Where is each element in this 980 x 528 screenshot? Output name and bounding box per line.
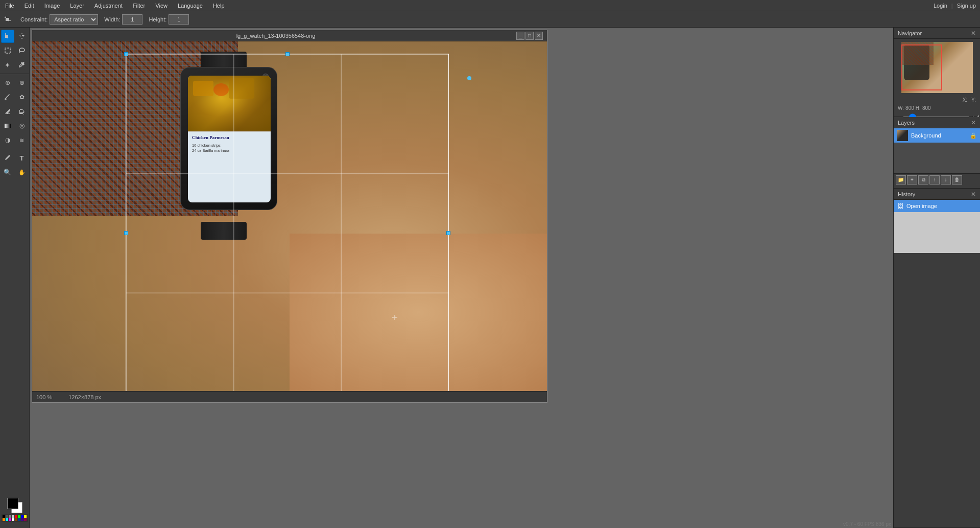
- nav-coords: X: Y:: [894, 96, 980, 104]
- history-title: History: [898, 191, 915, 197]
- layer-new-btn[interactable]: +: [907, 175, 917, 185]
- menu-view[interactable]: View: [150, 3, 173, 9]
- svg-rect-0: [5, 48, 10, 53]
- eraser-btn[interactable]: [1, 105, 14, 118]
- clone-btn[interactable]: ⊛: [15, 76, 29, 89]
- nav-x-label: X:: [963, 97, 967, 103]
- image-canvas-container[interactable]: Chicken Parmesan 10 chicken strips 24 oz…: [32, 41, 547, 391]
- constraint-label: Constraint:: [20, 16, 47, 22]
- watch-case: Chicken Parmesan 10 chicken strips 24 oz…: [180, 67, 277, 210]
- height-label: Height:: [149, 16, 166, 22]
- layer-item-background[interactable]: Background 🔒: [894, 128, 980, 143]
- tool-group-4: ⊕ ⊛: [1, 76, 29, 89]
- window-minimize-btn[interactable]: _: [516, 32, 524, 40]
- crop-marker-dot: [467, 76, 471, 80]
- layer-delete-btn[interactable]: 🗑: [952, 175, 962, 185]
- login-area: Login | Sign up: [934, 0, 980, 11]
- blur-btn[interactable]: ◎: [15, 119, 29, 132]
- tool-group-8: ◑ ≋: [1, 133, 29, 147]
- left-toolbar: ✦ ⊕ ⊛ ✿ ◎: [0, 28, 30, 528]
- tool-group-6: [1, 105, 29, 118]
- heal-btn[interactable]: ⊕: [1, 76, 14, 89]
- menu-file[interactable]: File: [0, 3, 19, 9]
- login-link[interactable]: Login: [934, 3, 947, 9]
- watch-container: Chicken Parmesan 10 chicken strips 24 oz…: [170, 67, 288, 225]
- watch-text-content: Chicken Parmesan 10 chicken strips 24 oz…: [188, 132, 271, 157]
- eyedropper-btn[interactable]: [15, 58, 29, 72]
- wrist-texture: [290, 234, 547, 391]
- layer-thumbnail: [897, 130, 908, 141]
- canvas-area: lg_g_watch_13-100356548-orig _ □ ✕: [30, 28, 893, 528]
- pen-btn[interactable]: [1, 151, 14, 165]
- right-panel: Navigator ✕ X: Y: W: 800 H: 800: [893, 28, 980, 528]
- navigator-preview[interactable]: [901, 42, 973, 93]
- menu-adjustment[interactable]: Adjustment: [89, 3, 128, 9]
- layers-header: Layers ✕: [894, 117, 980, 128]
- zoom-btn[interactable]: 🔍: [1, 166, 14, 179]
- menu-layer[interactable]: Layer: [65, 3, 89, 9]
- layers-close-btn[interactable]: ✕: [971, 119, 976, 126]
- navigator-close-btn[interactable]: ✕: [971, 30, 976, 37]
- history-empty-area: [894, 212, 980, 253]
- crop-tool-icon[interactable]: [2, 13, 14, 26]
- nav-y-label: Y:: [971, 97, 976, 103]
- smudge-btn[interactable]: ≋: [15, 133, 29, 147]
- navigator-header: Navigator ✕: [894, 28, 980, 39]
- tool-group-5: ✿: [1, 90, 29, 104]
- menu-help[interactable]: Help: [208, 3, 230, 9]
- history-close-btn[interactable]: ✕: [971, 191, 976, 198]
- hand-btn[interactable]: ✋: [15, 166, 29, 179]
- history-panel: History ✕ 🖼 Open image: [894, 189, 980, 528]
- fill-btn[interactable]: [15, 105, 29, 118]
- airbrush-btn[interactable]: ✿: [15, 90, 29, 104]
- watch-band-bottom: [201, 222, 247, 240]
- rect-select-btn[interactable]: [1, 44, 14, 57]
- fg-color-swatch[interactable]: [7, 498, 18, 509]
- options-toolbar: Constraint: Aspect ratio No restriction …: [0, 11, 980, 28]
- login-separator: |: [951, 3, 953, 9]
- tool-group-2: [1, 44, 29, 57]
- color-swatch-area: [2, 496, 28, 526]
- image-size-display: 1262×878 px: [68, 394, 101, 400]
- gradient-btn[interactable]: [1, 119, 14, 132]
- layer-duplicate-btn[interactable]: ⧉: [918, 175, 928, 185]
- width-input[interactable]: [122, 14, 142, 25]
- lasso-btn[interactable]: [15, 44, 29, 57]
- crop-tool-btn[interactable]: [1, 30, 14, 43]
- dodge-btn[interactable]: ◑: [1, 133, 14, 147]
- version-info: v0.7 - 60 FPS 836 px: [843, 521, 891, 527]
- signup-link[interactable]: Sign up: [957, 3, 976, 9]
- menu-filter[interactable]: Filter: [128, 3, 150, 9]
- main-layout: ✦ ⊕ ⊛ ✿ ◎: [0, 28, 980, 528]
- tool-group-3: ✦: [1, 58, 29, 72]
- menu-image[interactable]: Image: [39, 3, 65, 9]
- window-title: lg_g_watch_13-100356548-orig: [36, 33, 515, 39]
- move-tool-btn[interactable]: [15, 30, 29, 43]
- layer-down-btn[interactable]: ↓: [941, 175, 951, 185]
- navigator-title: Navigator: [898, 30, 922, 36]
- layers-panel: Layers ✕ Background 🔒 📁 + ⧉ ↑ ↓ 🗑: [894, 117, 980, 189]
- brush-btn[interactable]: [1, 90, 14, 104]
- menu-edit[interactable]: Edit: [19, 3, 39, 9]
- tool-group-10: 🔍 ✋: [1, 166, 29, 179]
- layer-new-group-btn[interactable]: 📁: [896, 175, 906, 185]
- nav-viewport-rect[interactable]: [901, 44, 942, 90]
- layers-title: Layers: [898, 120, 915, 126]
- height-input[interactable]: [169, 14, 189, 25]
- width-label: Width:: [104, 16, 120, 22]
- nav-w-label: W:: [898, 105, 904, 111]
- fg-bg-swatches[interactable]: [7, 498, 22, 513]
- status-bar: 100 % 1262×878 px: [32, 391, 547, 402]
- image-window: lg_g_watch_13-100356548-orig _ □ ✕: [32, 30, 547, 403]
- history-item-open[interactable]: 🖼 Open image: [894, 200, 980, 212]
- text-btn[interactable]: T: [15, 151, 29, 165]
- layers-toolbar: 📁 + ⧉ ↑ ↓ 🗑: [894, 173, 980, 186]
- layer-lock-icon: 🔒: [970, 132, 977, 139]
- layer-up-btn[interactable]: ↑: [929, 175, 940, 185]
- menu-language[interactable]: Language: [173, 3, 208, 9]
- window-restore-btn[interactable]: □: [525, 32, 534, 40]
- constraint-select[interactable]: Aspect ratio No restriction Fixed size: [50, 14, 98, 25]
- wand-btn[interactable]: ✦: [1, 58, 14, 72]
- window-close-btn[interactable]: ✕: [535, 32, 543, 40]
- layers-empty-area: [894, 143, 980, 173]
